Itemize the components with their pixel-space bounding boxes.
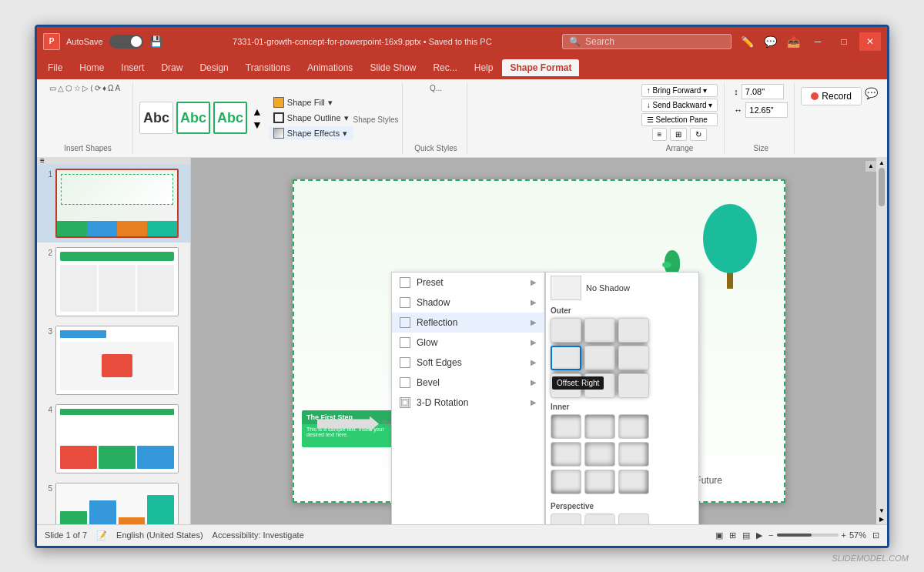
shadow-outer-3[interactable]	[618, 318, 649, 343]
tab-draw[interactable]: Draw	[153, 59, 190, 76]
language-label: English (United States)	[116, 530, 203, 540]
group-btn[interactable]: ⊞	[670, 128, 687, 141]
effects-menu-item-3drotation[interactable]: 3-D Rotation ▶	[392, 393, 544, 413]
autosave-label: AutoSave	[66, 37, 103, 46]
zoom-slider[interactable]	[777, 534, 839, 537]
zoom-in-btn[interactable]: +	[842, 530, 846, 540]
pen-icon[interactable]: ✏️	[738, 32, 756, 51]
rotate-btn[interactable]: ↻	[690, 128, 707, 141]
maximize-button[interactable]: □	[833, 32, 855, 51]
slide-thumb-1[interactable]: 1	[37, 164, 190, 243]
height-input[interactable]	[742, 84, 784, 99]
tab-design[interactable]: Design	[192, 59, 236, 76]
save-icon[interactable]: 💾	[149, 35, 162, 48]
shadow-persp-1[interactable]	[551, 513, 581, 524]
shadow-outer-6[interactable]	[618, 346, 649, 370]
slide-thumb-5[interactable]: 5	[37, 478, 190, 524]
shadow-inner-2[interactable]	[584, 414, 615, 439]
shadow-outer-5[interactable]	[584, 346, 615, 370]
scrollbar-thumb[interactable]	[879, 168, 885, 206]
slide-thumb-2[interactable]: 2	[37, 243, 190, 321]
shadow-outer-1[interactable]	[551, 318, 581, 343]
effects-menu-item-glow[interactable]: Glow ▶	[392, 333, 544, 353]
minimize-button[interactable]: ─	[807, 32, 829, 51]
shadow-persp-2[interactable]	[584, 513, 615, 524]
shadow-inner-3[interactable]	[618, 414, 649, 439]
effects-menu-item-bevel[interactable]: Bevel ▶	[392, 373, 544, 393]
comments-icon[interactable]: 💬	[761, 32, 779, 51]
canvas-scroll-up[interactable]: ▲	[865, 161, 876, 172]
effects-menu-item-reflection[interactable]: Reflection ▶	[392, 313, 544, 333]
scrollbar-arrow-right[interactable]: ▶	[879, 516, 884, 523]
tab-home[interactable]: Home	[72, 59, 112, 76]
record-button[interactable]: Record	[801, 87, 862, 105]
share-icon[interactable]: 📤	[784, 32, 802, 51]
shadow-inner-5[interactable]	[584, 442, 615, 467]
glow-label: Glow	[417, 337, 524, 348]
slide-notes-icon[interactable]: 📝	[96, 530, 107, 540]
abc-style-1[interactable]: Abc	[139, 102, 173, 134]
scrollbar-up-btn[interactable]: ▲	[879, 159, 885, 166]
outer-row-2: Offset: Right	[546, 344, 698, 372]
styles-scroll-up[interactable]: ▲	[252, 105, 263, 118]
abc-style-2[interactable]: Abc	[176, 102, 210, 134]
scrollbar-down-btn[interactable]: ▼	[879, 507, 885, 514]
slide-preview-content-4	[56, 405, 178, 473]
effects-menu-item-softedges[interactable]: Soft Edges ▶	[392, 353, 544, 373]
chat-icon[interactable]: 💬	[865, 87, 878, 99]
shadow-inner-1[interactable]	[551, 414, 581, 439]
normal-view-icon[interactable]: ▣	[715, 530, 723, 540]
send-backward-btn[interactable]: ↓ Send Backward ▾	[641, 99, 718, 112]
zoom-out-btn[interactable]: −	[768, 530, 773, 540]
shape-outline-btn[interactable]: Shape Outline ▾	[269, 111, 353, 125]
shadow-inner-9[interactable]	[618, 470, 649, 494]
effects-menu-item-preset[interactable]: Preset ▶	[392, 273, 544, 293]
autosave-toggle[interactable]: Off	[109, 35, 143, 49]
bevel-label: Bevel	[417, 377, 524, 388]
softedges-arrow: ▶	[531, 358, 537, 366]
shape-styles-group: Abc Abc Abc ▲ ▼ Shape Fill ▾ Shap	[136, 82, 403, 154]
tab-slideshow[interactable]: Slide Show	[362, 59, 424, 76]
shadow-outer-2[interactable]	[584, 318, 615, 343]
tab-transitions[interactable]: Transitions	[238, 59, 298, 76]
slide-sorter-icon[interactable]: ⊞	[729, 530, 736, 540]
title-bar-left: P AutoSave Off 💾	[43, 33, 162, 50]
effects-menu-item-shadow[interactable]: Shadow ▶	[392, 293, 544, 313]
slide-thumb-4[interactable]: 4	[37, 400, 190, 478]
tab-insert[interactable]: Insert	[113, 59, 152, 76]
shadow-outer-9[interactable]	[618, 373, 649, 398]
shape-effects-btn[interactable]: Shape Effects ▾	[269, 126, 353, 140]
width-input[interactable]	[745, 102, 788, 118]
tab-record[interactable]: Rec...	[425, 59, 464, 76]
no-shadow-box	[551, 276, 581, 300]
inner-row-3	[546, 468, 698, 496]
tab-file[interactable]: File	[40, 59, 70, 76]
fit-slide-icon[interactable]: ⊡	[872, 530, 879, 540]
perspective-label: Perspective	[546, 499, 698, 512]
abc-style-3[interactable]: Abc	[213, 102, 247, 134]
accessibility-label[interactable]: Accessibility: Investigate	[213, 530, 304, 540]
quick-styles-group: Q... Quick Styles	[406, 82, 467, 154]
shadow-outer-4[interactable]: Offset: Right	[551, 346, 581, 370]
canvas-scrollbar[interactable]: ▲ ▼ ▶	[876, 158, 887, 524]
bring-forward-btn[interactable]: ↑ Bring Forward ▾	[641, 84, 718, 97]
slide-thumb-3[interactable]: 3	[37, 321, 190, 400]
shadow-inner-4[interactable]	[551, 442, 581, 467]
search-input[interactable]	[585, 36, 716, 47]
shadow-persp-3[interactable]	[618, 513, 649, 524]
shadow-inner-7[interactable]	[551, 470, 581, 494]
tab-shapeformat[interactable]: Shape Format	[502, 59, 579, 76]
slide-show-icon[interactable]: ▶	[756, 530, 762, 540]
tab-help[interactable]: Help	[467, 59, 501, 76]
shadow-inner-6[interactable]	[618, 442, 649, 467]
shadow-inner-8[interactable]	[584, 470, 615, 494]
search-box[interactable]: 🔍	[562, 34, 732, 49]
tab-animations[interactable]: Animations	[300, 59, 360, 76]
selection-pane-btn[interactable]: ☰ Selection Pane	[641, 113, 718, 126]
reading-view-icon[interactable]: ▤	[742, 530, 750, 540]
align-btn[interactable]: ≡	[652, 128, 668, 141]
shape-fill-btn[interactable]: Shape Fill ▾	[269, 95, 353, 109]
styles-scroll-down[interactable]: ▼	[252, 119, 263, 131]
close-button[interactable]: ✕	[859, 32, 881, 51]
arrange-group: ↑ Bring Forward ▾ ↓ Send Backward ▾ ☰ Se…	[635, 82, 725, 154]
